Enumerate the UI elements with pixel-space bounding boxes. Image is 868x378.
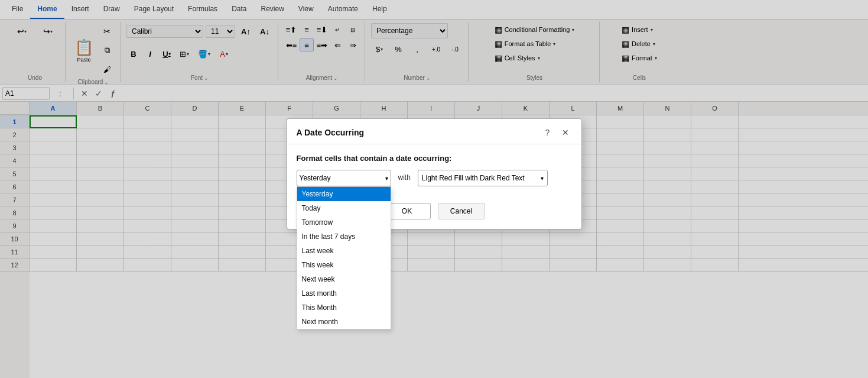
- modal-body: Format cells that contain a date occurri…: [287, 144, 581, 196]
- close-button[interactable]: ✕: [559, 126, 572, 139]
- dropdown-item-today[interactable]: Today: [297, 201, 391, 215]
- date-dropdown-value: Yesterday: [300, 174, 385, 182]
- modal-title: A Date Occurring: [297, 128, 365, 137]
- dropdown-item-lastweek[interactable]: Last week: [297, 244, 391, 258]
- format-style-arrow: ▾: [541, 175, 544, 182]
- date-occurring-dialog: A Date Occurring ? ✕ Format cells that c…: [287, 118, 582, 230]
- dropdown-item-thismonth[interactable]: This Month: [297, 301, 391, 315]
- dropdown-item-lastmonth[interactable]: Last month: [297, 286, 391, 301]
- dropdown-item-thisweek[interactable]: This week: [297, 258, 391, 272]
- dropdown-item-last7days[interactable]: In the last 7 days: [297, 230, 391, 244]
- dropdown-item-nextmonth[interactable]: Next month: [297, 315, 391, 329]
- cancel-button[interactable]: Cancel: [438, 203, 485, 219]
- date-dropdown[interactable]: Yesterday ▾: [297, 170, 391, 186]
- modal-description: Format cells that contain a date occurri…: [297, 154, 572, 163]
- dropdown-item-nextweek[interactable]: Next week: [297, 272, 391, 286]
- dropdown-item-yesterday[interactable]: Yesterday: [297, 187, 391, 201]
- date-dropdown-arrow: ▾: [385, 175, 388, 182]
- dropdown-item-tomorrow[interactable]: Tomorrow: [297, 215, 391, 230]
- modal-header: A Date Occurring ? ✕: [287, 119, 581, 144]
- modal-header-icons: ? ✕: [541, 126, 572, 139]
- with-label: with: [398, 170, 411, 182]
- modal-row: Yesterday ▾ Yesterday Today Tomorrow In …: [297, 170, 572, 186]
- help-button[interactable]: ?: [541, 126, 554, 139]
- format-style-dropdown[interactable]: Light Red Fill with Dark Red Text ▾: [418, 170, 548, 186]
- modal-overlay: A Date Occurring ? ✕ Format cells that c…: [0, 0, 868, 378]
- date-dropdown-container: Yesterday ▾ Yesterday Today Tomorrow In …: [297, 170, 391, 186]
- date-dropdown-list: Yesterday Today Tomorrow In the last 7 d…: [297, 186, 391, 329]
- format-style-value: Light Red Fill with Dark Red Text: [422, 174, 538, 182]
